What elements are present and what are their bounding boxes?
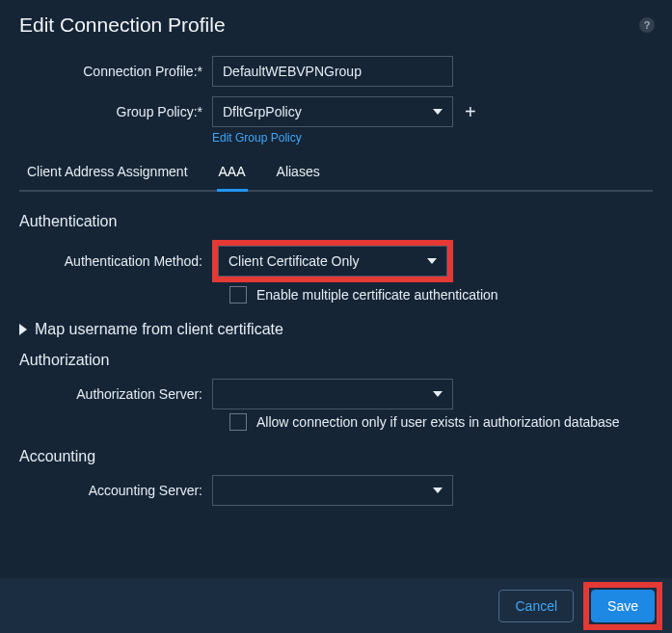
cancel-button[interactable]: Cancel [498, 590, 574, 622]
authentication-heading: Authentication [19, 213, 653, 230]
dialog-title: Edit Connection Profile [19, 13, 226, 37]
edit-connection-profile-dialog: Edit Connection Profile ? Connection Pro… [0, 0, 672, 633]
tab-client-address-assignment[interactable]: Client Address Assignment [25, 158, 190, 190]
help-icon[interactable]: ? [639, 17, 655, 33]
map-username-expander[interactable]: Map username from client certificate [19, 321, 653, 338]
authorization-server-select[interactable] [212, 379, 453, 409]
connection-profile-input[interactable] [212, 56, 453, 87]
enable-multiple-cert-checkbox[interactable] [229, 286, 247, 303]
accounting-server-select[interactable] [212, 475, 453, 506]
edit-group-policy-link[interactable]: Edit Group Policy [212, 131, 653, 145]
chevron-down-icon [427, 258, 437, 264]
group-policy-label: Group Policy:* [19, 104, 212, 119]
authentication-method-label: Authentication Method: [19, 253, 212, 269]
chevron-down-icon [433, 109, 443, 115]
chevron-down-icon [433, 391, 443, 397]
authentication-method-select[interactable]: Client Certificate Only [218, 246, 447, 277]
add-group-policy-icon[interactable]: + [465, 102, 476, 121]
group-policy-value: DfltGrpPolicy [223, 104, 302, 119]
highlight-authentication-method: Client Certificate Only [212, 240, 453, 282]
authorization-server-label: Authorization Server: [19, 386, 212, 402]
authentication-method-value: Client Certificate Only [228, 253, 359, 269]
dialog-titlebar: Edit Connection Profile ? [0, 0, 672, 56]
tab-aliases[interactable]: Aliases [275, 158, 322, 190]
chevron-down-icon [433, 488, 443, 493]
allow-connection-label: Allow connection only if user exists in … [256, 414, 620, 430]
tab-bar: Client Address Assignment AAA Aliases [19, 158, 653, 192]
accounting-server-label: Accounting Server: [19, 483, 212, 498]
enable-multiple-cert-label: Enable multiple certificate authenticati… [256, 287, 498, 303]
accounting-heading: Accounting [19, 448, 653, 465]
highlight-save: Save [583, 582, 662, 630]
dialog-footer: Cancel Save [0, 578, 672, 633]
map-username-label: Map username from client certificate [35, 321, 283, 338]
save-button[interactable]: Save [591, 590, 655, 622]
connection-profile-label: Connection Profile:* [19, 64, 212, 79]
group-policy-select[interactable]: DfltGrpPolicy [212, 96, 453, 127]
allow-connection-checkbox[interactable] [229, 413, 247, 431]
authorization-heading: Authorization [19, 352, 653, 369]
tab-aaa[interactable]: AAA [217, 158, 248, 192]
triangle-right-icon [19, 324, 27, 335]
